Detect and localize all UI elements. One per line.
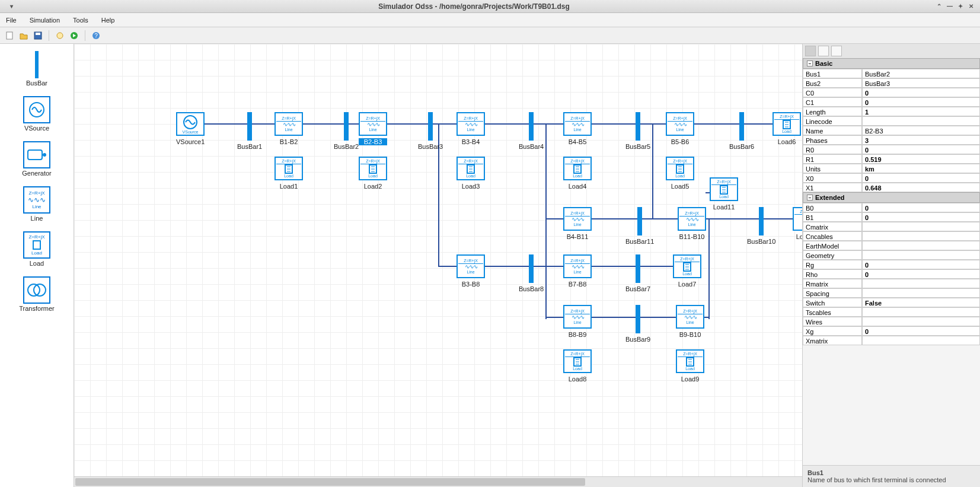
property-tab-alphabetic[interactable] bbox=[818, 46, 829, 56]
prop-value-x0[interactable]: 0 bbox=[862, 173, 980, 183]
prop-value-phases[interactable]: 3 bbox=[862, 135, 980, 145]
menu-simulation[interactable]: Simulation bbox=[30, 17, 60, 24]
toolbar-new-icon[interactable] bbox=[4, 30, 15, 42]
window-close-icon[interactable]: ✕ bbox=[967, 2, 975, 11]
prop-key-bus1[interactable]: Bus1 bbox=[803, 69, 862, 78]
prop-key-name[interactable]: Name bbox=[803, 126, 862, 135]
prop-key-length[interactable]: Length bbox=[803, 107, 862, 116]
node-bus6[interactable]: BusBar6 bbox=[729, 112, 754, 150]
prop-value-c1[interactable]: 0 bbox=[862, 97, 980, 107]
prop-key-c0[interactable]: C0 bbox=[803, 88, 862, 97]
prop-value-name[interactable]: B2-B3 bbox=[862, 126, 980, 135]
prop-section-extended[interactable]: −Extended bbox=[803, 192, 980, 203]
prop-value-xg[interactable]: 0 bbox=[862, 326, 980, 336]
prop-key-r1[interactable]: R1 bbox=[803, 154, 862, 164]
node-load9[interactable]: Z=R+jXLoadLoad9 bbox=[676, 349, 704, 383]
horizontal-scrollbar[interactable] bbox=[74, 476, 802, 487]
palette-transformer[interactable]: Transformer bbox=[0, 274, 74, 314]
menu-help[interactable]: Help bbox=[101, 17, 115, 24]
palette-load[interactable]: Z=R+jXLoadLoad bbox=[0, 229, 74, 269]
node-bus5[interactable]: BusBar5 bbox=[625, 112, 650, 150]
app-menu-icon[interactable]: ▾ bbox=[7, 2, 15, 11]
prop-key-rho[interactable]: Rho bbox=[803, 269, 862, 279]
prop-value-r1[interactable]: 0.519 bbox=[862, 154, 980, 164]
prop-value-x1[interactable]: 0.648 bbox=[862, 183, 980, 192]
node-bus8[interactable]: BusBar8 bbox=[519, 254, 544, 292]
node-b3b8[interactable]: Z=R+jX∿∿∿LineB3-B8 bbox=[457, 254, 485, 288]
collapse-icon[interactable]: − bbox=[807, 61, 813, 66]
node-load4[interactable]: Z=R+jXLoadLoad4 bbox=[563, 157, 592, 190]
prop-key-x0[interactable]: X0 bbox=[803, 173, 862, 183]
node-bus10[interactable]: BusBar10 bbox=[747, 207, 775, 245]
prop-value-wires[interactable] bbox=[862, 317, 980, 326]
window-maximize-icon[interactable]: ✦ bbox=[956, 2, 965, 11]
prop-key-linecode[interactable]: Linecode bbox=[803, 116, 862, 126]
prop-key-earthmodel[interactable]: EarthModel bbox=[803, 241, 862, 250]
prop-key-r0[interactable]: R0 bbox=[803, 145, 862, 154]
prop-value-rho[interactable]: 0 bbox=[862, 269, 980, 279]
node-load10[interactable]: Z=R+jXLoadLoad10 bbox=[793, 207, 802, 240]
palette-line[interactable]: Z=R+jX∿∿∿LineLine bbox=[0, 184, 74, 224]
node-load2[interactable]: Z=R+jXLoadLoad2 bbox=[359, 157, 387, 190]
node-b9b10[interactable]: Z=R+jX∿∿∿LineB9-B10 bbox=[676, 305, 704, 338]
node-b7b8[interactable]: Z=R+jX∿∿∿LineB7-B8 bbox=[563, 254, 592, 288]
node-bus4[interactable]: BusBar4 bbox=[519, 112, 544, 150]
node-bus1[interactable]: BusBar1 bbox=[237, 112, 262, 150]
node-b4b11[interactable]: Z=R+jX∿∿∿LineB4-B11 bbox=[563, 207, 592, 240]
prop-value-units[interactable]: km bbox=[862, 164, 980, 173]
node-bus9[interactable]: BusBar9 bbox=[625, 305, 650, 343]
prop-value-r0[interactable]: 0 bbox=[862, 145, 980, 154]
prop-value-rg[interactable]: 0 bbox=[862, 260, 980, 269]
node-load6[interactable]: Z=R+jXLoadLoad6 bbox=[772, 112, 801, 145]
toolbar-save-icon[interactable] bbox=[32, 30, 44, 42]
palette-generator[interactable]: Generator bbox=[0, 139, 74, 179]
prop-key-x1[interactable]: X1 bbox=[803, 183, 862, 192]
toolbar-settings-icon[interactable] bbox=[54, 30, 66, 42]
prop-key-rg[interactable]: Rg bbox=[803, 260, 862, 269]
prop-value-bus2[interactable]: BusBar3 bbox=[862, 78, 980, 88]
prop-key-geometry[interactable]: Geometry bbox=[803, 250, 862, 260]
node-vsrc1[interactable]: VSourceVSource1 bbox=[176, 112, 205, 145]
property-tab-categorized[interactable] bbox=[805, 46, 816, 56]
prop-value-xmatrix[interactable] bbox=[862, 336, 980, 345]
prop-key-switch[interactable]: Switch bbox=[803, 298, 862, 307]
node-b1b2[interactable]: Z=R+jX∿∿∿LineB1-B2 bbox=[274, 112, 303, 145]
prop-key-b1[interactable]: B1 bbox=[803, 212, 862, 222]
prop-value-b0[interactable]: 0 bbox=[862, 203, 980, 212]
prop-key-rmatrix[interactable]: Rmatrix bbox=[803, 279, 862, 288]
prop-value-spacing[interactable] bbox=[862, 288, 980, 298]
node-load7[interactable]: Z=R+jXLoadLoad7 bbox=[673, 254, 701, 288]
wire[interactable] bbox=[652, 123, 653, 218]
prop-value-switch[interactable]: False bbox=[862, 298, 980, 307]
palette-busbar[interactable]: BusBar bbox=[0, 49, 74, 89]
prop-key-xmatrix[interactable]: Xmatrix bbox=[803, 336, 862, 345]
prop-value-c0[interactable]: 0 bbox=[862, 88, 980, 97]
prop-value-cncables[interactable] bbox=[862, 231, 980, 241]
node-b4b5[interactable]: Z=R+jX∿∿∿LineB4-B5 bbox=[563, 112, 592, 145]
node-load3[interactable]: Z=R+jXLoadLoad3 bbox=[457, 157, 485, 190]
prop-value-tscables[interactable] bbox=[862, 307, 980, 317]
toolbar-open-icon[interactable] bbox=[18, 30, 30, 42]
node-b5b6[interactable]: Z=R+jX∿∿∿LineB5-B6 bbox=[666, 112, 694, 145]
prop-key-units[interactable]: Units bbox=[803, 164, 862, 173]
prop-value-b1[interactable]: 0 bbox=[862, 212, 980, 222]
node-load11[interactable]: Z=R+jXLoadLoad11 bbox=[710, 177, 738, 211]
node-load8[interactable]: Z=R+jXLoadLoad8 bbox=[563, 349, 592, 383]
schematic-canvas[interactable]: VSourceVSource1BusBar1Z=R+jX∿∿∿LineB1-B2… bbox=[74, 44, 802, 476]
wire[interactable] bbox=[708, 218, 710, 319]
node-bus2[interactable]: BusBar2 bbox=[334, 112, 359, 150]
node-b8b9[interactable]: Z=R+jX∿∿∿LineB8-B9 bbox=[563, 305, 592, 338]
prop-key-bus2[interactable]: Bus2 bbox=[803, 78, 862, 88]
prop-key-b0[interactable]: B0 bbox=[803, 203, 862, 212]
node-bus7[interactable]: BusBar7 bbox=[625, 254, 650, 292]
node-b11b10[interactable]: Z=R+jX∿∿∿LineB11-B10 bbox=[678, 207, 706, 240]
prop-value-linecode[interactable] bbox=[862, 116, 980, 126]
prop-key-cncables[interactable]: Cncables bbox=[803, 231, 862, 241]
window-minimize-icon[interactable]: — bbox=[946, 2, 954, 11]
wire[interactable] bbox=[545, 123, 547, 319]
node-b2b3[interactable]: Z=R+jX∿∿∿LineB2-B3 bbox=[359, 112, 387, 145]
toolbar-help-icon[interactable]: ? bbox=[90, 30, 102, 42]
prop-value-bus1[interactable]: BusBar2 bbox=[862, 69, 980, 78]
node-load5[interactable]: Z=R+jXLoadLoad5 bbox=[666, 157, 694, 190]
prop-value-earthmodel[interactable] bbox=[862, 241, 980, 250]
